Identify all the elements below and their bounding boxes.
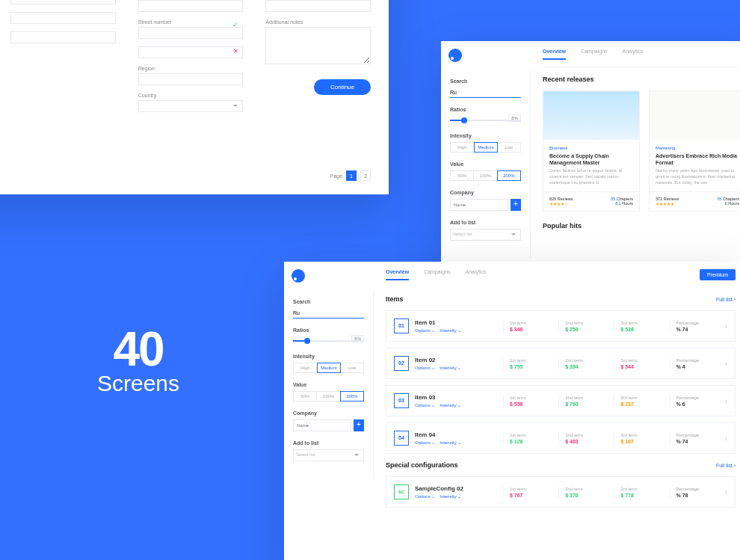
releases-title: Recent releases (543, 76, 740, 83)
page-label: Page (330, 173, 342, 179)
row-number: 04 (394, 431, 409, 446)
value-segment[interactable]: 50%100%200% (293, 391, 364, 401)
search-input[interactable] (293, 308, 364, 319)
sidebar: Search Ratios8% IntensityHighMediumLow V… (441, 41, 531, 265)
page-2[interactable]: 2 (360, 170, 371, 181)
items-card: Search Ratios8% IntensityHighMediumLow V… (284, 262, 740, 560)
options-link[interactable]: Options ⌄ (415, 366, 435, 370)
tab-overview[interactable]: Overview (543, 49, 566, 60)
notes-label: Additional notes (265, 19, 371, 25)
hero-label: Screens (97, 371, 179, 396)
star-rating: ★★★★★ (656, 201, 679, 206)
row-number: 02 (394, 356, 409, 371)
release-category: Marketing (656, 146, 739, 150)
tabs: Overview Campaigns Analytics (386, 262, 487, 288)
table-row[interactable]: 02 Item 02Options ⌄Intensity ⌄ 1st term$… (386, 348, 736, 379)
intensity-link[interactable]: Intensity ⌄ (440, 328, 461, 333)
street-label: Street number (138, 19, 244, 25)
release-category: Business (549, 146, 633, 150)
intensity-link[interactable]: Intensity ⌄ (440, 366, 461, 370)
notes-textarea[interactable] (265, 27, 371, 64)
logo-icon (292, 269, 305, 283)
input-field[interactable] (10, 31, 116, 43)
table-row[interactable]: 01 Item 01Options ⌄Intensity ⌄ 1st term$… (386, 310, 736, 342)
table-row[interactable]: 03 Item 03Options ⌄Intensity ⌄ 1st term$… (386, 385, 736, 416)
input-field[interactable] (10, 0, 116, 4)
items-title: Items (386, 295, 404, 303)
add-button[interactable]: + (511, 199, 521, 211)
intensity-link[interactable]: Intensity ⌄ (440, 440, 461, 445)
list-select[interactable]: Select list (450, 229, 521, 241)
intensity-link[interactable]: Intensity ⌄ (440, 403, 461, 407)
input-invalid[interactable] (138, 46, 244, 58)
intensity-segment[interactable]: HighMediumLow (450, 142, 521, 153)
country-label: Country (138, 93, 244, 98)
postcode-input[interactable] (265, 0, 371, 12)
row-number: 01 (394, 319, 409, 333)
release-card[interactable]: Business Become a Supply Chain Managemen… (543, 90, 640, 212)
row-number: 03 (394, 393, 409, 408)
chevron-right-icon: › (725, 434, 727, 443)
intensity-segment[interactable]: HighMediumLow (293, 363, 364, 373)
release-desc: Not so many years ago businesses used to… (656, 168, 739, 185)
tab-overview[interactable]: Overview (386, 269, 409, 280)
search-input[interactable] (450, 87, 521, 98)
continue-button[interactable]: Continue (314, 79, 371, 95)
tab-analytics[interactable]: Analytics (623, 49, 644, 60)
release-title: Advertisers Embrace Rich Media Format (656, 153, 739, 166)
page-1[interactable]: 1 (346, 170, 357, 181)
options-link[interactable]: Options ⌄ (415, 403, 435, 407)
pager: Page 1 2 (330, 170, 371, 181)
postcode-input[interactable] (138, 0, 244, 12)
chevron-right-icon: › (725, 322, 727, 330)
form-card: Postcode Street number Region Country Po… (0, 0, 389, 194)
full-list-link[interactable]: Full list › (716, 297, 736, 302)
region-input[interactable] (138, 73, 244, 85)
hero-text: 40 Screens (97, 321, 179, 396)
options-link[interactable]: Options ⌄ (415, 494, 435, 499)
options-link[interactable]: Options ⌄ (415, 440, 435, 445)
row-name: Item 03 (415, 394, 497, 401)
tabs: Overview Campaigns Analytics (543, 41, 740, 68)
value-segment[interactable]: 50%100%200% (450, 170, 521, 181)
company-input[interactable] (293, 419, 351, 431)
chevron-right-icon: › (725, 360, 727, 368)
release-thumb (650, 91, 740, 140)
row-name: Item 02 (415, 357, 497, 363)
intensity-link[interactable]: Intensity ⌄ (440, 494, 461, 499)
tab-campaigns[interactable]: Campaigns (581, 49, 607, 60)
release-desc: Donec facilisis tortor ut augue lacinia,… (549, 168, 633, 185)
ratio-slider[interactable]: 8% (293, 337, 364, 345)
full-list-link[interactable]: Full list › (716, 463, 736, 468)
chevron-right-icon: › (725, 397, 727, 405)
special-title: Special configurations (386, 461, 458, 469)
table-row[interactable]: 04 Item 04Options ⌄Intensity ⌄ 1st term$… (386, 422, 736, 454)
release-card[interactable]: Marketing Advertisers Embrace Rich Media… (649, 90, 740, 212)
row-name: Item 01 (415, 319, 497, 326)
region-label: Region (138, 66, 244, 71)
row-name: Item 04 (415, 431, 497, 438)
country-select[interactable] (138, 100, 244, 112)
chevron-right-icon: › (725, 488, 727, 496)
tab-analytics[interactable]: Analytics (466, 269, 487, 280)
premium-button[interactable]: Premium (700, 269, 736, 280)
popular-title: Popular hits (543, 222, 740, 230)
ratio-slider[interactable]: 8% (450, 117, 521, 124)
street-input[interactable] (138, 27, 244, 39)
star-rating: ★★★★☆ (549, 201, 573, 206)
logo-icon (448, 49, 462, 62)
release-thumb (543, 91, 639, 140)
table-row[interactable]: SC SampleConfig 02Options ⌄Intensity ⌄ 1… (386, 476, 736, 508)
input-field[interactable] (10, 12, 116, 24)
releases-card: Search Ratios8% IntensityHighMediumLow V… (441, 41, 740, 265)
list-select[interactable]: Select list (293, 449, 364, 461)
add-button[interactable]: + (354, 419, 364, 431)
row-name: SampleConfig 02 (415, 485, 497, 492)
options-link[interactable]: Options ⌄ (415, 328, 435, 333)
tab-campaigns[interactable]: Campaigns (424, 269, 450, 280)
release-title: Become a Supply Chain Management Master (549, 153, 633, 166)
hero-number: 40 (97, 321, 179, 377)
row-number: SC (394, 484, 409, 499)
company-input[interactable] (450, 199, 508, 211)
sidebar: Search Ratios8% IntensityHighMediumLow V… (284, 262, 374, 560)
